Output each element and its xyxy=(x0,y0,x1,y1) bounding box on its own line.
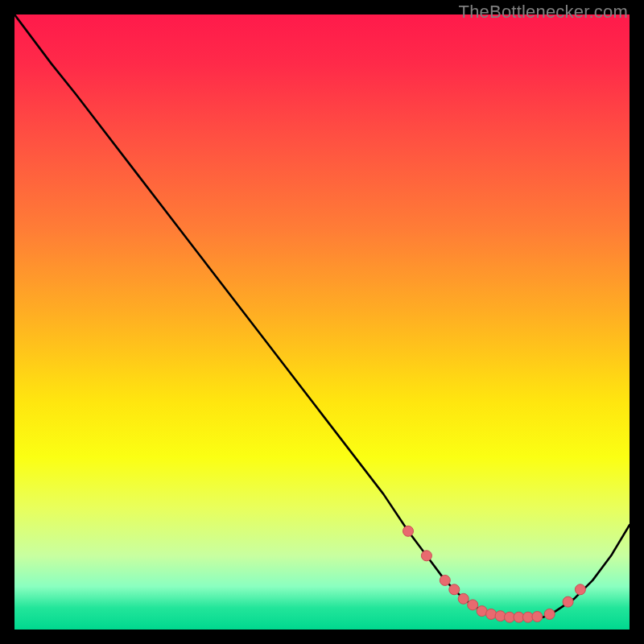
curve-marker xyxy=(403,526,414,536)
curve-marker xyxy=(495,611,506,621)
curve-marker xyxy=(486,609,497,619)
chart-frame xyxy=(14,14,630,630)
curve-marker xyxy=(468,600,478,610)
curve-marker xyxy=(544,609,555,619)
watermark-text: TheBottlenecker.com xyxy=(459,2,628,23)
gradient-background xyxy=(14,14,630,630)
chart-svg xyxy=(14,14,630,630)
curve-marker xyxy=(421,551,431,561)
curve-marker xyxy=(563,597,573,607)
curve-marker xyxy=(449,584,460,595)
curve-marker xyxy=(458,593,469,604)
curve-marker xyxy=(440,575,450,585)
curve-marker xyxy=(575,584,585,595)
curve-marker xyxy=(532,612,543,622)
